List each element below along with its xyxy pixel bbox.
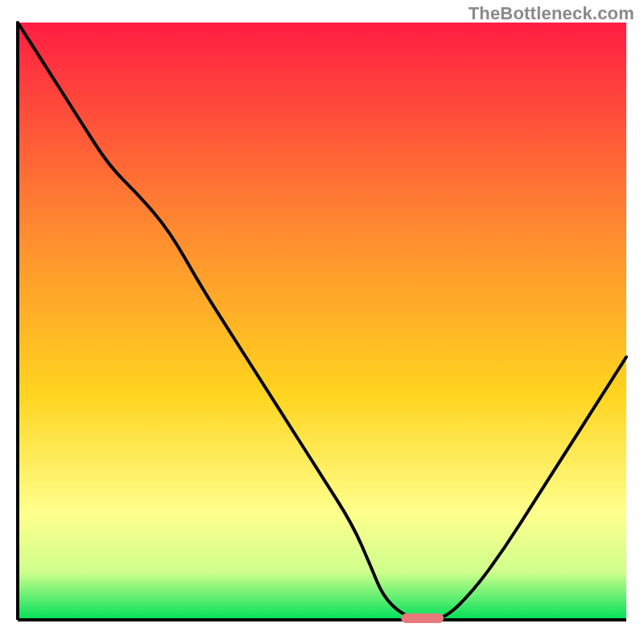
watermark-text: TheBottleneck.com: [469, 3, 634, 24]
plot-background: [18, 23, 626, 620]
chart-container: { "watermark": "TheBottleneck.com", "col…: [0, 0, 644, 644]
optimal-marker: [401, 613, 444, 623]
bottleneck-chart: [0, 0, 644, 644]
